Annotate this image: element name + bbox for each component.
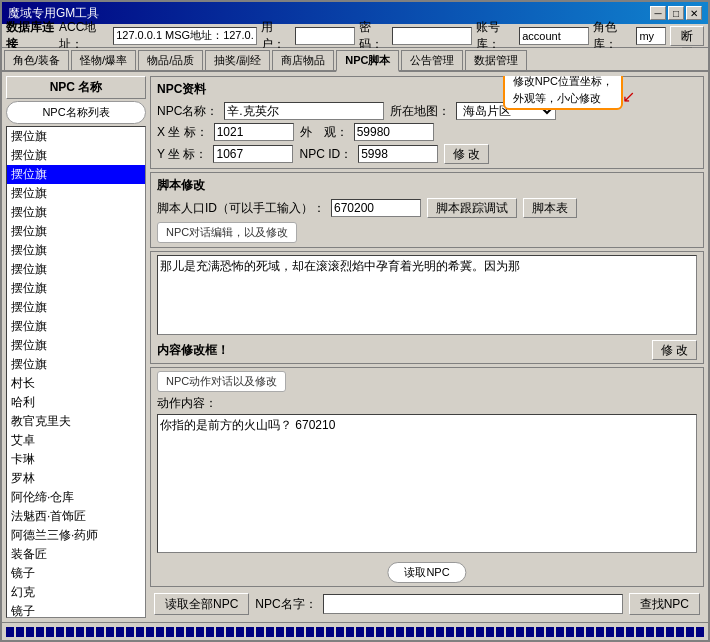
action-label: 动作内容： bbox=[157, 395, 697, 412]
right-panel: NPC资料 修改NPC位置坐标，外观等，小心修改 ↙ NPC名称： 所在地图： … bbox=[150, 76, 704, 618]
pwd-input[interactable] bbox=[392, 27, 472, 45]
npc-item[interactable]: 镜子 bbox=[7, 564, 145, 583]
bottom-bar: 读取全部NPC NPC名字： 查找NPC bbox=[150, 590, 704, 618]
main-window: 魔域专用GM工具 ─ □ ✕ 数据库连接 ACC地址： 用户： 密码： 账号库：… bbox=[0, 0, 710, 642]
arrow-icon: ↙ bbox=[622, 87, 635, 106]
npc-item[interactable]: 卡琳 bbox=[7, 450, 145, 469]
script-section-title: 脚本修改 bbox=[157, 177, 697, 194]
npc-info-modify-button[interactable]: 修 改 bbox=[444, 144, 489, 164]
maximize-button[interactable]: □ bbox=[668, 6, 684, 20]
npc-list-annotation: NPC名称列表 bbox=[6, 101, 146, 124]
npc-name-label: NPC名称： bbox=[157, 103, 218, 120]
npc-item[interactable]: 哈利 bbox=[7, 393, 145, 412]
tab-data-management[interactable]: 数据管理 bbox=[465, 50, 527, 70]
npc-item[interactable]: 教官克里夫 bbox=[7, 412, 145, 431]
x-label: X 坐 标： bbox=[157, 124, 208, 141]
close-button[interactable]: ✕ bbox=[686, 6, 702, 20]
npc-item[interactable]: 艾卓 bbox=[7, 431, 145, 450]
read-npc-annotation: 读取NPC bbox=[387, 562, 466, 583]
y-coord-field[interactable] bbox=[213, 145, 293, 163]
account-input[interactable] bbox=[519, 27, 589, 45]
npc-name-search-label: NPC名字： bbox=[255, 596, 316, 613]
disconnect-button[interactable]: 断开 bbox=[670, 26, 704, 46]
npc-item[interactable]: 镜子 bbox=[7, 602, 145, 618]
script-table-button[interactable]: 脚本表 bbox=[523, 198, 577, 218]
action-header-row: NPC动作对话以及修改 bbox=[157, 371, 697, 392]
status-bar bbox=[2, 622, 708, 640]
npc-item[interactable]: 摆位旗 bbox=[7, 203, 145, 222]
title-bar-buttons: ─ □ ✕ bbox=[650, 6, 702, 20]
npc-x-row: X 坐 标： 外 观： bbox=[157, 123, 697, 141]
tab-role-equipment[interactable]: 角色/装备 bbox=[4, 50, 69, 70]
tab-shop[interactable]: 商店物品 bbox=[272, 50, 334, 70]
npc-item[interactable]: 阿德兰三修·药师 bbox=[7, 526, 145, 545]
action-annotation: NPC动作对话以及修改 bbox=[157, 371, 286, 392]
npc-y-row: Y 坐 标： NPC ID： 修 改 bbox=[157, 144, 697, 164]
script-input-row: 脚本人口ID（可以手工输入）： 脚本跟踪调试 脚本表 bbox=[157, 198, 697, 218]
npc-item[interactable]: 摆位旗 bbox=[7, 184, 145, 203]
minimize-button[interactable]: ─ bbox=[650, 6, 666, 20]
npc-item[interactable]: 摆位旗 bbox=[7, 298, 145, 317]
npc-list-panel: NPC 名称 NPC名称列表 摆位旗 摆位旗 摆位旗 摆位旗 摆位旗 摆位旗 摆… bbox=[6, 76, 146, 618]
script-input-label: 脚本人口ID（可以手工输入）： bbox=[157, 200, 325, 217]
npc-item[interactable]: 摆位旗 bbox=[7, 127, 145, 146]
npc-item[interactable]: 摆位旗 bbox=[7, 336, 145, 355]
main-content: NPC 名称 NPC名称列表 摆位旗 摆位旗 摆位旗 摆位旗 摆位旗 摆位旗 摆… bbox=[2, 72, 708, 622]
action-textarea[interactable]: 你指的是前方的火山吗？ 670210 bbox=[157, 414, 697, 553]
appearance-field[interactable] bbox=[354, 123, 434, 141]
x-coord-field[interactable] bbox=[214, 123, 294, 141]
npc-item[interactable]: 幻克 bbox=[7, 583, 145, 602]
tab-lottery[interactable]: 抽奖/副经 bbox=[205, 50, 270, 70]
status-progress bbox=[6, 627, 704, 637]
content-modify-label: 内容修改框！ bbox=[157, 342, 229, 359]
npc-list[interactable]: 摆位旗 摆位旗 摆位旗 摆位旗 摆位旗 摆位旗 摆位旗 摆位旗 摆位旗 摆位旗 … bbox=[6, 126, 146, 618]
toolbar: 数据库连接 ACC地址： 用户： 密码： 账号库： 角色库： 断开 bbox=[2, 24, 708, 48]
npc-item[interactable]: 装备匠 bbox=[7, 545, 145, 564]
read-npc-wrapper: 读取NPC bbox=[157, 553, 697, 583]
npc-item[interactable]: 摆位旗 bbox=[7, 279, 145, 298]
tab-monster-drop[interactable]: 怪物/爆率 bbox=[71, 50, 136, 70]
tab-item-quality[interactable]: 物品/品质 bbox=[138, 50, 203, 70]
tab-bar: 角色/装备 怪物/爆率 物品/品质 抽奖/副经 商店物品 NPC脚本 公告管理 … bbox=[2, 48, 708, 72]
dialog-textarea[interactable]: 那儿是充满恐怖的死域，却在滚滚烈焰中孕育着光明的希冀。因为那 bbox=[157, 255, 697, 335]
npc-item[interactable]: 摆位旗 bbox=[7, 355, 145, 374]
npc-position-annotation: 修改NPC位置坐标，外观等，小心修改 bbox=[503, 76, 623, 110]
script-id-field[interactable] bbox=[331, 199, 421, 217]
script-debug-button[interactable]: 脚本跟踪调试 bbox=[427, 198, 517, 218]
dialog-content-section: 那儿是充满恐怖的死域，却在滚滚烈焰中孕育着光明的希冀。因为那 内容修改框！ 修 … bbox=[150, 251, 704, 364]
map-label: 所在地图： bbox=[390, 103, 450, 120]
find-npc-button[interactable]: 查找NPC bbox=[629, 593, 700, 615]
npc-item[interactable]: 法魅西·首饰匠 bbox=[7, 507, 145, 526]
npc-item[interactable]: 摆位旗 bbox=[7, 317, 145, 336]
npc-item[interactable]: 罗林 bbox=[7, 469, 145, 488]
acc-input[interactable] bbox=[113, 27, 257, 45]
npc-item[interactable]: 村长 bbox=[7, 374, 145, 393]
npc-item[interactable]: 摆位旗 bbox=[7, 241, 145, 260]
tab-npc-script[interactable]: NPC脚本 bbox=[336, 50, 399, 72]
tab-announcement[interactable]: 公告管理 bbox=[401, 50, 463, 70]
dialog-annotation: NPC对话编辑，以及修改 bbox=[157, 222, 297, 243]
npc-id-field[interactable] bbox=[358, 145, 438, 163]
y-label: Y 坐 标： bbox=[157, 146, 207, 163]
script-section: 脚本修改 脚本人口ID（可以手工输入）： 脚本跟踪调试 脚本表 NPC对话编辑，… bbox=[150, 172, 704, 248]
action-section: NPC动作对话以及修改 动作内容： 你指的是前方的火山吗？ 670210 读取N… bbox=[150, 367, 704, 587]
npc-item[interactable]: 摆位旗 bbox=[7, 165, 145, 184]
npc-item[interactable]: 摆位旗 bbox=[7, 222, 145, 241]
npc-item[interactable]: 阿伦缔·仓库 bbox=[7, 488, 145, 507]
read-all-npc-button[interactable]: 读取全部NPC bbox=[154, 593, 249, 615]
npc-name-field[interactable] bbox=[224, 102, 384, 120]
role-input[interactable] bbox=[636, 27, 666, 45]
user-input[interactable] bbox=[295, 27, 355, 45]
content-modify-row: 内容修改框！ 修 改 bbox=[157, 340, 697, 360]
npc-list-header: NPC 名称 bbox=[6, 76, 146, 99]
dialog-modify-button[interactable]: 修 改 bbox=[652, 340, 697, 360]
appearance-label: 外 观： bbox=[300, 124, 348, 141]
npc-name-search-input[interactable] bbox=[323, 594, 623, 614]
npc-info-section: NPC资料 修改NPC位置坐标，外观等，小心修改 ↙ NPC名称： 所在地图： … bbox=[150, 76, 704, 169]
npc-item[interactable]: 摆位旗 bbox=[7, 260, 145, 279]
npc-item[interactable]: 摆位旗 bbox=[7, 146, 145, 165]
npc-id-label: NPC ID： bbox=[299, 146, 352, 163]
